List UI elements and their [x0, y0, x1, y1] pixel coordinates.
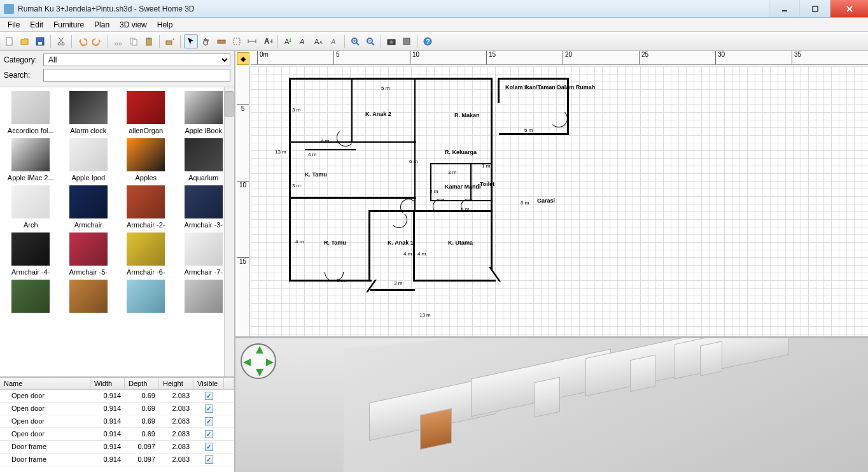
menu-furniture[interactable]: Furniture — [48, 18, 89, 31]
col-width[interactable]: Width — [90, 378, 125, 390]
open-button[interactable] — [18, 34, 32, 48]
preferences-button[interactable] — [400, 34, 414, 48]
catalog-item[interactable]: allenOrgan — [119, 91, 173, 134]
font-size-button[interactable]: AA — [312, 34, 326, 48]
catalog-item[interactable]: Armchair — [62, 185, 116, 229]
cell-width: 0.914 — [90, 454, 125, 466]
origin-icon[interactable]: ◆ — [237, 52, 249, 65]
close-button[interactable] — [830, 0, 868, 17]
redo-button[interactable] — [90, 34, 104, 48]
ruler-tick: 30 — [715, 51, 725, 64]
col-depth[interactable]: Depth — [125, 378, 159, 390]
menu-plan[interactable]: Plan — [89, 18, 115, 31]
catalog-item[interactable]: Armchair -7- — [177, 232, 231, 276]
undo-button[interactable] — [75, 34, 89, 48]
3d-view[interactable] — [235, 338, 868, 472]
zoom-out-button[interactable] — [363, 34, 377, 48]
cell-visible[interactable] — [193, 441, 224, 454]
text-tool[interactable]: A+ — [260, 34, 274, 48]
catalog-item[interactable]: Apples — [119, 138, 173, 182]
catalog-thumb — [69, 232, 108, 266]
room-tool[interactable] — [230, 34, 244, 48]
menu-3dview[interactable]: 3D view — [115, 18, 152, 31]
catalog-item[interactable] — [62, 280, 116, 315]
nav-left-icon[interactable] — [243, 359, 251, 366]
nav-wheel[interactable] — [241, 343, 276, 379]
catalog-scrollbar[interactable] — [224, 87, 234, 376]
cell-visible[interactable] — [193, 415, 224, 428]
font-bold-button[interactable]: A — [297, 34, 311, 48]
dimension-label: 5 m — [524, 127, 533, 133]
room-label: K. Tamu — [305, 171, 327, 178]
cell-height: 2.083 — [159, 415, 193, 428]
menu-file[interactable]: File — [3, 18, 25, 31]
catalog-label: Armchair -4- — [5, 268, 56, 276]
font-style-button[interactable]: A — [327, 34, 341, 48]
catalog-item[interactable]: Armchair -6- — [119, 232, 173, 276]
save-button[interactable] — [33, 34, 47, 48]
svg-text:A: A — [314, 38, 319, 45]
table-row[interactable]: Door frame 0.914 0.097 2.083 — [0, 454, 234, 466]
svg-rect-19 — [218, 40, 225, 43]
cut2-button[interactable] — [111, 34, 125, 48]
scroll-thumb[interactable] — [225, 91, 234, 117]
search-input[interactable] — [43, 69, 230, 82]
catalog-item[interactable]: Armchair -2- — [119, 185, 173, 229]
menu-edit[interactable]: Edit — [25, 18, 48, 31]
catalog-item[interactable]: Apple iMac 2... — [4, 138, 58, 182]
paste-button[interactable] — [142, 34, 156, 48]
catalog-item[interactable] — [177, 280, 231, 315]
ruler-tick: 0m — [257, 51, 269, 64]
zoom-in-button[interactable] — [348, 34, 362, 48]
search-label: Search: — [4, 71, 39, 80]
menu-help[interactable]: Help — [152, 18, 178, 31]
select-tool[interactable] — [184, 34, 198, 48]
wall-tool[interactable] — [214, 34, 228, 48]
svg-rect-4 — [6, 38, 12, 45]
add-furniture-button[interactable]: + — [163, 34, 177, 48]
table-row[interactable]: Open door 0.914 0.69 2.083 — [0, 428, 234, 441]
catalog-item[interactable]: Alarm clock — [62, 91, 116, 134]
maximize-button[interactable] — [799, 0, 830, 17]
table-row[interactable]: Open door 0.914 0.69 2.083 — [0, 415, 234, 428]
nav-up-icon[interactable] — [256, 346, 263, 354]
col-visible[interactable]: Visible — [193, 378, 224, 390]
cell-visible[interactable] — [193, 390, 224, 403]
ruler-tick: 5 — [237, 104, 249, 112]
catalog-item[interactable] — [119, 280, 173, 315]
minimize-button[interactable] — [769, 0, 799, 17]
new-button[interactable] — [3, 34, 17, 48]
nav-down-icon[interactable] — [256, 369, 263, 376]
catalog-item[interactable]: Apple Ipod — [62, 138, 116, 182]
cell-depth: 0.69 — [125, 415, 159, 428]
pan-tool[interactable] — [199, 34, 213, 48]
catalog-item[interactable]: Accordion fol... — [4, 91, 58, 134]
catalog-item[interactable]: Apple iBook — [177, 91, 231, 134]
svg-text:+: + — [172, 36, 175, 42]
cell-visible[interactable] — [193, 428, 224, 441]
help-button[interactable]: ? — [421, 34, 435, 48]
svg-line-10 — [59, 38, 63, 43]
table-row[interactable]: Door frame 0.914 0.097 2.083 — [0, 441, 234, 454]
plan-view[interactable]: ◆ 0m5101520253035 51015 — [235, 51, 868, 338]
catalog-item[interactable]: Armchair -4- — [4, 232, 58, 276]
import-furniture-button[interactable]: A — [281, 34, 295, 48]
cut-button[interactable] — [54, 34, 68, 48]
table-row[interactable]: Open door 0.914 0.69 2.083 — [0, 403, 234, 415]
col-name[interactable]: Name — [0, 378, 90, 390]
cell-visible[interactable] — [193, 403, 224, 415]
catalog-item[interactable]: Aquarium — [177, 138, 231, 182]
copy-button[interactable] — [127, 34, 141, 48]
table-row[interactable]: Open door 0.914 0.69 2.083 — [0, 390, 234, 403]
cell-visible[interactable] — [193, 454, 224, 466]
catalog-item[interactable]: Armchair -3- — [177, 185, 231, 229]
catalog-item[interactable] — [4, 280, 58, 315]
col-height[interactable]: Height — [159, 378, 193, 390]
photo-button[interactable] — [384, 34, 398, 48]
category-select[interactable]: All — [43, 54, 230, 66]
catalog-item[interactable]: Arch — [4, 185, 58, 229]
nav-right-icon[interactable] — [266, 359, 274, 366]
room-label: K. Utama — [448, 240, 473, 246]
catalog-item[interactable]: Armchair -5- — [62, 232, 116, 276]
dimension-tool[interactable] — [245, 34, 259, 48]
